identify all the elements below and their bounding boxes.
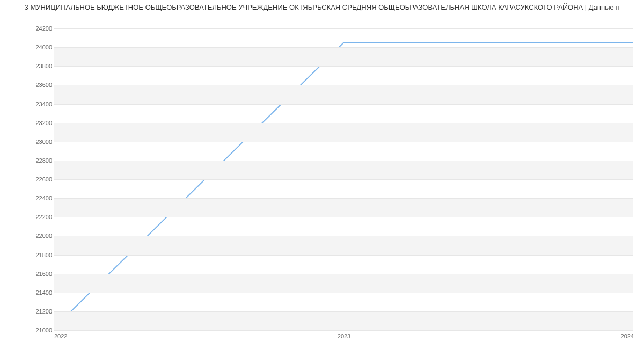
y-tick-label: 22200 — [28, 214, 52, 220]
grid-line — [54, 123, 633, 123]
grid-line — [54, 274, 633, 274]
grid-band — [54, 236, 633, 255]
grid-line — [54, 66, 633, 67]
y-tick-label: 24200 — [28, 25, 52, 32]
y-tick-label: 21800 — [28, 252, 52, 258]
grid-band — [54, 123, 633, 142]
y-tick-label: 22400 — [28, 195, 52, 201]
grid-line — [54, 293, 633, 293]
grid-line — [54, 47, 633, 48]
grid-line — [54, 104, 633, 105]
y-tick-label: 24000 — [28, 44, 52, 50]
plot-area: 2100021200214002160021800220002220022400… — [54, 28, 633, 330]
grid-line — [54, 255, 633, 256]
grid-line — [54, 28, 633, 29]
grid-band — [54, 274, 633, 293]
grid-line — [54, 179, 633, 180]
y-tick-label: 22000 — [28, 232, 52, 239]
grid-line — [54, 85, 633, 85]
grid-line — [54, 198, 633, 199]
chart-title: 3 МУНИЦИПАЛЬНОЕ БЮДЖЕТНОЕ ОБЩЕОБРАЗОВАТЕ… — [0, 0, 644, 12]
grid-line — [54, 330, 633, 331]
y-tick-label: 23800 — [28, 63, 52, 69]
y-tick-label: 23400 — [28, 101, 52, 107]
x-tick-label: 2022 — [54, 333, 67, 339]
chart-container: 2100021200214002160021800220002220022400… — [0, 12, 644, 345]
y-tick-label: 21400 — [28, 289, 52, 296]
y-tick-label: 22600 — [28, 176, 52, 183]
grid-line — [54, 217, 633, 217]
grid-line — [54, 236, 633, 236]
y-tick-label: 23600 — [28, 82, 52, 88]
x-tick-label: 2024 — [621, 333, 634, 339]
y-tick-label: 21000 — [28, 327, 52, 333]
y-tick-label: 23000 — [28, 139, 52, 145]
grid-band — [54, 161, 633, 179]
grid-band — [54, 311, 633, 330]
grid-band — [54, 47, 633, 66]
y-tick-label: 21600 — [28, 271, 52, 277]
grid-line — [54, 142, 633, 142]
grid-band — [54, 85, 633, 104]
y-tick-label: 23200 — [28, 120, 52, 126]
y-tick-label: 21200 — [28, 308, 52, 315]
y-tick-label: 22800 — [28, 157, 52, 164]
grid-band — [54, 198, 633, 217]
grid-line — [54, 161, 633, 161]
x-tick-label: 2023 — [338, 333, 350, 339]
grid-line — [54, 311, 633, 312]
